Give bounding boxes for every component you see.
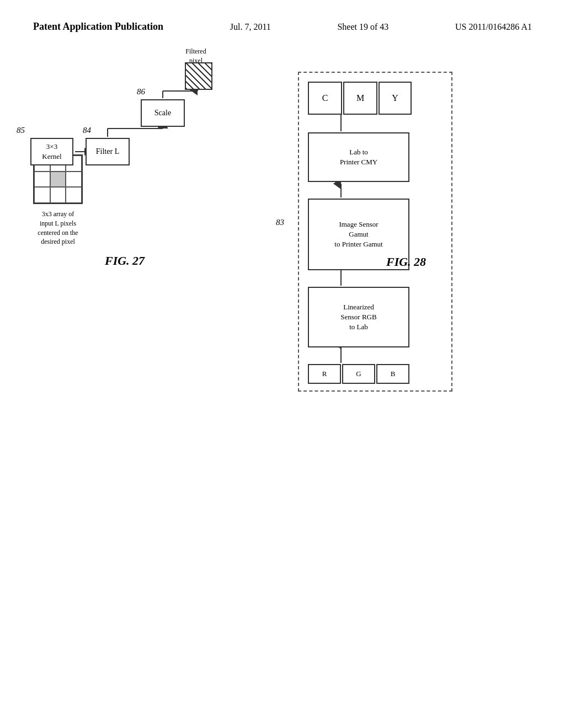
linearized-label: LinearizedSensor RGBto Lab [340, 302, 376, 333]
pixel-cell-center [50, 172, 66, 188]
publication-title: Patent Application Publication [33, 20, 163, 34]
rgb-g-label: G [356, 369, 361, 379]
lab-cmy-block: Lab toPrinter CMY [308, 132, 409, 182]
scale-box: Scale [141, 99, 185, 127]
patent-number: US 2011/0164286 A1 [455, 20, 532, 32]
linearized-block: LinearizedSensor RGBto Lab [308, 287, 409, 347]
rgb-b-block: B [376, 364, 409, 384]
cmy-c-label: C [322, 92, 328, 104]
cmy-m-block: M [343, 82, 377, 115]
rgb-g-block: G [342, 364, 375, 384]
label-86: 86 [137, 87, 145, 97]
kernel-label: 3×3Kernel [42, 142, 61, 162]
rgb-b-label: B [391, 369, 396, 379]
pixel-cell [66, 172, 82, 188]
fig27-label: FIG. 27 [105, 254, 145, 268]
pixel-cell [34, 172, 50, 188]
rgb-r-label: R [322, 369, 327, 379]
label-84: 84 [83, 126, 91, 135]
publication-date: Jul. 7, 2011 [230, 20, 271, 32]
filtered-pixel-box [185, 62, 212, 90]
filter-l-box: Filter L [86, 138, 130, 165]
cmy-y-block: Y [379, 82, 412, 115]
label-85: 85 [17, 126, 25, 135]
scale-label: Scale [154, 108, 171, 119]
filter-l-label: Filter L [96, 146, 119, 157]
pixel-array-label: 3x3 array ofinput L pixelscentered on th… [11, 210, 105, 247]
pixel-cell [34, 187, 50, 203]
cmy-m-label: M [356, 92, 364, 104]
fig28-label: FIG. 28 [386, 255, 426, 269]
cmy-y-label: Y [392, 92, 398, 104]
diagram-arrows [0, 0, 565, 728]
pixel-cell [66, 187, 82, 203]
rgb-r-block: R [308, 364, 341, 384]
gamut-label: Image SensorGamutto Printer Gamut [334, 220, 382, 250]
page-header: Patent Application Publication Jul. 7, 2… [0, 0, 565, 34]
lab-cmy-label: Lab toPrinter CMY [340, 147, 377, 167]
cmy-c-block: C [308, 82, 342, 115]
label-83: 83 [276, 218, 284, 227]
sheet-info: Sheet 19 of 43 [337, 20, 388, 32]
kernel-box: 3×3Kernel [30, 138, 73, 165]
pixel-cell [50, 187, 66, 203]
